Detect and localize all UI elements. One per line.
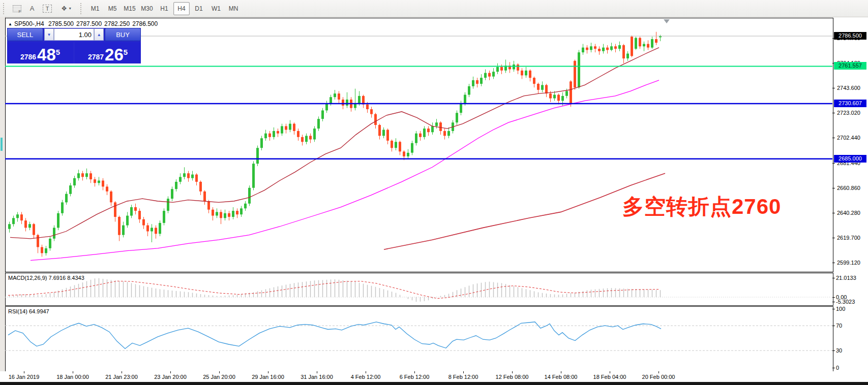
sell-price-prefix: 2786 (20, 53, 36, 62)
time-axis-tick (268, 371, 268, 373)
indicator-window-icon[interactable]: F (10, 2, 23, 15)
time-axis-label: 29 Jan 16:00 (252, 374, 284, 380)
bottom-bar (0, 382, 868, 385)
time-axis-tick (73, 371, 73, 373)
macd-canvas[interactable] (5, 273, 832, 305)
toolbar: F A T ❖▾ M1M5M15M30H1H4D1W1MN (0, 0, 868, 17)
price-axis-label: 2764.180 (837, 60, 860, 66)
time-axis-tick (170, 371, 171, 373)
text-box-icon[interactable]: T (41, 2, 54, 15)
sell-price-display[interactable]: 2786485 (7, 42, 73, 63)
rsi-value: 64.9947 (29, 308, 49, 314)
tab-timeframe-M5[interactable]: M5 (104, 2, 121, 15)
tab-timeframe-M30[interactable]: M30 (139, 2, 155, 15)
time-axis-tick (561, 371, 561, 373)
text-label-icon[interactable]: A (25, 2, 39, 15)
price-axis-label: 2599.120 (837, 260, 860, 266)
volume-input[interactable] (54, 28, 94, 41)
time-axis-label: 23 Jan 20:00 (154, 374, 187, 380)
volume-increase-button[interactable]: ▲ (94, 28, 104, 41)
tab-timeframe-M1[interactable]: M1 (87, 2, 103, 15)
time-axis-label: 14 Feb 08:00 (545, 374, 578, 380)
rsi-axis-label: 100 (836, 306, 845, 312)
sell-price-sup: 5 (56, 48, 60, 56)
time-axis-tick (122, 371, 122, 373)
buy-price-sup: 5 (124, 48, 128, 56)
price-badge: 2730.607 (834, 100, 866, 107)
toolbar-grip[interactable] (3, 3, 7, 14)
tab-timeframe-M15[interactable]: M15 (122, 2, 138, 15)
rsi-axis-label: 30 (836, 347, 842, 354)
time-axis-label: 18 Feb 04:00 (593, 374, 626, 380)
time-axis-label: 4 Feb 12:00 (351, 374, 381, 380)
time-axis-label: 16 Jan 2019 (9, 374, 40, 380)
price-axis-label: 2619.700 (837, 235, 860, 241)
rsi-axis-label: 0 (836, 365, 839, 371)
macd-label: MACD(12,26,9) 7.6916 8.4343 (8, 275, 84, 281)
symbol-triangle-icon: ▲ (8, 22, 12, 26)
price-badge: 2685.000 (834, 155, 866, 163)
ohlc-close: 2786.500 (132, 20, 158, 27)
buy-price-display[interactable]: 2787265 (75, 42, 141, 63)
price-axis-label: 2660.860 (837, 185, 860, 191)
tab-timeframe-H1[interactable]: H1 (156, 2, 172, 15)
macd-axis-label: -5.3023 (836, 299, 855, 305)
tab-timeframe-MN[interactable]: MN (225, 2, 242, 15)
time-axis-tick (366, 371, 366, 373)
chart-title: ▲SP500-,H4 2785.5002787.5002782.2502786.… (8, 20, 160, 27)
cursor-style-icon[interactable]: ❖▾ (56, 2, 76, 15)
ohlc-open: 2785.500 (48, 20, 74, 27)
rsi-label: RSI(14) 64.9947 (8, 308, 49, 314)
time-axis-label: 20 Feb 00:00 (642, 374, 675, 380)
buy-price-prefix: 2787 (88, 53, 104, 62)
timeframe-group: M1M5M15M30H1H4D1W1MN (86, 2, 242, 15)
price-axis-label: 2723.020 (837, 110, 860, 116)
macd-axis-label: 21.0133 (836, 275, 856, 281)
time-axis-tick (414, 371, 415, 373)
tab-timeframe-W1[interactable]: W1 (208, 2, 224, 15)
buy-button[interactable]: BUY (105, 28, 141, 41)
price-badge: 2786.500 (834, 32, 866, 40)
time-axis-tick (463, 371, 464, 373)
time-axis-label: 31 Jan 16:00 (301, 374, 333, 380)
rsi-axis-label: 70 (836, 323, 842, 329)
ohlc-high: 2787.500 (76, 20, 102, 27)
time-axis-label: 6 Feb 12:00 (400, 374, 430, 380)
time-axis-label: 25 Jan 20:00 (203, 374, 235, 380)
macd-values: 7.6916 8.4343 (48, 275, 84, 281)
time-axis-tick (659, 371, 659, 373)
dock-mark (1, 138, 3, 151)
time-axis-tick (24, 371, 24, 373)
time-axis-tick (219, 371, 220, 373)
time-axis-tick (317, 371, 317, 373)
time-axis[interactable]: 16 Jan 201918 Jan 00:0021 Jan 23:0023 Ja… (0, 371, 868, 382)
one-click-trading-panel: SELL ▼ ▲ BUY 2786485 2787265 (7, 28, 141, 63)
tab-timeframe-D1[interactable]: D1 (191, 2, 207, 15)
price-axis-label: 2784.760 (837, 35, 860, 41)
sell-price-big: 48 (37, 48, 56, 62)
mt4-window: F A T ❖▾ M1M5M15M30H1H4D1W1MN ▲SP500-,H4… (0, 0, 868, 385)
volume-decrease-button[interactable]: ▼ (44, 28, 54, 41)
chevron-down-icon: ▾ (69, 6, 71, 11)
price-axis-label: 2702.440 (837, 135, 860, 141)
time-axis-label: 21 Jan 23:00 (105, 374, 138, 380)
time-axis-tick (610, 371, 610, 373)
tab-timeframe-H4[interactable]: H4 (173, 2, 190, 15)
buy-price-big: 26 (105, 48, 124, 62)
price-axis-label: 2743.600 (837, 85, 860, 91)
macd-axis-label: 0.00 (836, 294, 847, 300)
toolbar-grip-2[interactable] (80, 3, 84, 14)
ohlc-low: 2782.250 (104, 20, 130, 27)
chart-annotation-text: 多空转折点2760 (622, 196, 781, 217)
time-axis-tick (512, 371, 513, 373)
symbol-name: SP500-,H4 (14, 20, 44, 27)
price-axis-label: 2640.280 (837, 210, 860, 216)
time-axis-label: 12 Feb 08:00 (496, 374, 529, 380)
sell-button[interactable]: SELL (7, 28, 43, 41)
time-axis-label: 18 Jan 00:00 (56, 374, 89, 380)
rsi-canvas[interactable] (5, 306, 832, 371)
price-badge: 2761.557 (834, 62, 866, 70)
time-axis-label: 8 Feb 12:00 (448, 374, 478, 380)
price-axis-label: 2681.440 (837, 160, 860, 166)
